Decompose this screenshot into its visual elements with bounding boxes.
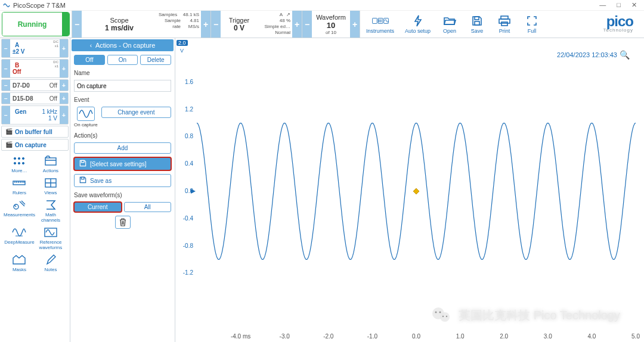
sidebar-more-button[interactable]: More… bbox=[4, 155, 35, 173]
waveform-prev-button[interactable]: − bbox=[302, 11, 312, 38]
channel-b-plus[interactable]: + bbox=[60, 60, 68, 77]
wechat-icon bbox=[430, 304, 453, 327]
oscilloscope-chart[interactable]: 2.0 V 22/04/2023 12:03:43 🔍 -1.2-0.8-0.4… bbox=[175, 38, 644, 342]
window-maximize-button[interactable]: □ bbox=[617, 1, 621, 9]
digital-d15d8-row[interactable]: − D15-D8 Off + bbox=[1, 92, 69, 104]
save-all-button[interactable]: All bbox=[124, 202, 172, 212]
save-waveforms-label: Save waveform(s) bbox=[74, 192, 171, 198]
open-button[interactable]: Open bbox=[441, 15, 458, 34]
trigger-plus-button[interactable]: + bbox=[292, 11, 302, 38]
channel-b-coupling: DCx1 bbox=[53, 60, 58, 69]
fullscreen-button[interactable]: Full bbox=[524, 15, 540, 34]
svg-point-44 bbox=[446, 316, 447, 317]
d7d0-minus[interactable]: − bbox=[2, 80, 10, 91]
main-toolbar: Instruments Auto setup Open Save Print bbox=[360, 11, 644, 38]
sidebar-meas-button[interactable]: Measurements bbox=[4, 199, 35, 223]
sidebar-rulers-button[interactable]: Rulers bbox=[4, 177, 35, 195]
generator-row[interactable]: − Gen1 kHz 1 V + bbox=[1, 105, 69, 125]
gen-minus[interactable]: − bbox=[2, 106, 10, 124]
waveform-number: 10 bbox=[327, 21, 335, 30]
svg-point-40 bbox=[440, 312, 450, 322]
window-minimize-button[interactable]: — bbox=[599, 1, 606, 9]
sidebar-views-button[interactable]: Views bbox=[35, 177, 66, 195]
meas-icon bbox=[11, 199, 27, 211]
svg-point-42 bbox=[439, 312, 441, 313]
left-sidebar: − A ±2 V DCx1 + − B Off DCx1 + − D7-D0 O… bbox=[0, 38, 70, 342]
svg-rect-18 bbox=[45, 228, 57, 237]
actions-panel: ‹ Actions - On capture Off On Delete Nam… bbox=[70, 38, 175, 342]
trigger-minus-button[interactable]: − bbox=[211, 11, 221, 38]
actions-icon bbox=[43, 155, 58, 167]
window-close-button[interactable]: ✕ bbox=[631, 1, 637, 9]
save-icon bbox=[79, 176, 86, 185]
sidebar-math-button[interactable]: Math channels bbox=[35, 199, 66, 223]
trigger-title: Trigger bbox=[229, 17, 249, 24]
add-action-button[interactable]: Add bbox=[74, 142, 171, 154]
svg-text:-0.8: -0.8 bbox=[183, 242, 194, 249]
channel-a-label: A bbox=[13, 42, 57, 48]
svg-text:-4.0 ms: -4.0 ms bbox=[231, 333, 250, 340]
svg-point-8 bbox=[14, 157, 16, 159]
waveform-panel: − Waveform 10 of 10 + bbox=[302, 11, 360, 38]
event-caption: On capture bbox=[74, 122, 98, 128]
actions-delete-tab[interactable]: Delete bbox=[140, 55, 171, 65]
actions-off-tab[interactable]: Off bbox=[74, 55, 105, 65]
action-name-input[interactable] bbox=[74, 80, 171, 92]
chart-canvas: -1.2-0.8-0.40.00.40.81.21.6-4.0 ms-3.0-2… bbox=[175, 38, 644, 342]
sidebar-ref-button[interactable]: Reference waveforms bbox=[35, 226, 66, 250]
autosetup-button[interactable]: Auto setup bbox=[405, 15, 431, 34]
svg-text:-2.0: -2.0 bbox=[323, 333, 334, 340]
trigger-panel: − Trigger 0 V A↗ 48 % Simple ed… Normal … bbox=[210, 11, 302, 38]
buffer-full-chip[interactable]: 🎬 On buffer full bbox=[1, 126, 69, 138]
sidebar-icon-grid: More…ActionsRulersViewsMeasurementsMath … bbox=[0, 155, 70, 276]
svg-text:2.0: 2.0 bbox=[500, 333, 508, 340]
channel-a-minus[interactable]: − bbox=[2, 39, 10, 57]
trigger-level[interactable]: 0 V bbox=[234, 24, 244, 32]
svg-point-11 bbox=[14, 162, 16, 164]
print-button[interactable]: Print bbox=[496, 15, 513, 34]
digital-d7d0-row[interactable]: − D7-D0 Off + bbox=[1, 79, 69, 91]
sidebar-notes-button[interactable]: Notes bbox=[35, 254, 66, 272]
trigger-stats: A↗ 48 % Simple ed… Normal bbox=[258, 11, 292, 38]
run-stop-button[interactable]: Running bbox=[2, 12, 70, 36]
sidebar-actions-button[interactable]: Actions bbox=[35, 155, 66, 173]
masks-icon bbox=[11, 254, 27, 266]
scope-minus-button[interactable]: − bbox=[72, 11, 82, 38]
window-title: PicoScope 7 T&M bbox=[13, 2, 66, 9]
svg-text:0.4: 0.4 bbox=[185, 160, 193, 167]
event-waveform-icon[interactable] bbox=[77, 107, 95, 121]
save-as-button[interactable]: Save as bbox=[74, 174, 171, 187]
gen-plus[interactable]: + bbox=[60, 106, 68, 124]
on-capture-chip[interactable]: 🎬 On capture bbox=[1, 139, 69, 151]
channel-b-range: Off bbox=[13, 69, 57, 75]
channel-b-minus[interactable]: − bbox=[2, 60, 10, 77]
svg-text:3.0: 3.0 bbox=[544, 333, 552, 340]
d15d8-plus[interactable]: + bbox=[60, 93, 68, 104]
d7d0-plus[interactable]: + bbox=[60, 80, 68, 91]
run-indicator bbox=[62, 13, 69, 36]
save-icon bbox=[469, 15, 485, 27]
print-icon bbox=[496, 15, 513, 27]
sidebar-deep-button[interactable]: DeepMeasure bbox=[4, 226, 35, 250]
svg-rect-7 bbox=[501, 22, 507, 26]
select-save-settings-button[interactable]: [Select save settings] bbox=[74, 157, 171, 170]
channel-b-row[interactable]: − B Off DCx1 + bbox=[1, 59, 69, 78]
channel-a-row[interactable]: − A ±2 V DCx1 + bbox=[1, 39, 69, 58]
waveform-next-button[interactable]: + bbox=[350, 11, 360, 38]
svg-rect-6 bbox=[499, 19, 510, 23]
save-current-button[interactable]: Current bbox=[74, 202, 122, 212]
scope-plus-button[interactable]: + bbox=[201, 11, 210, 38]
actions-header[interactable]: ‹ Actions - On capture bbox=[72, 39, 174, 51]
svg-text:-3.0: -3.0 bbox=[280, 333, 290, 340]
svg-rect-4 bbox=[475, 21, 479, 25]
d15d8-minus[interactable]: − bbox=[2, 93, 10, 104]
scope-timebase[interactable]: 1 ms/div bbox=[105, 24, 134, 32]
instruments-button[interactable]: Instruments bbox=[366, 15, 394, 34]
sidebar-masks-button[interactable]: Masks bbox=[4, 254, 35, 272]
delete-action-button[interactable] bbox=[115, 216, 131, 229]
change-event-button[interactable]: Change event bbox=[101, 107, 171, 118]
actions-on-tab[interactable]: On bbox=[107, 55, 138, 65]
save-button[interactable]: Save bbox=[469, 15, 485, 34]
waveform-title: Waveform bbox=[316, 14, 346, 21]
channel-a-plus[interactable]: + bbox=[60, 39, 68, 57]
